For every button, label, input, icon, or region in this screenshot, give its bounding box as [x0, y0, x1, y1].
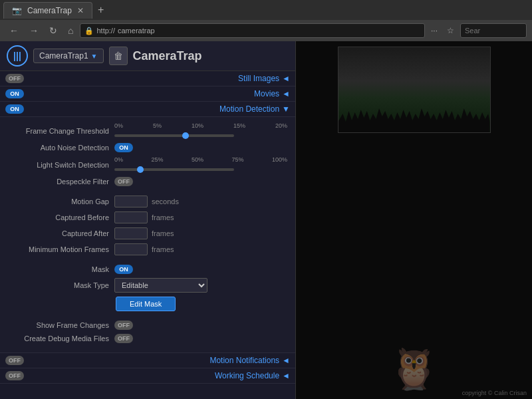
spacer3	[8, 315, 287, 321]
working-schedule-toggle[interactable]: OFF	[5, 371, 24, 380]
app-header: ||| CameraTrap1 ▼ 🗑 CameraTrap	[0, 41, 295, 71]
app-title: CameraTrap	[133, 49, 202, 63]
light-switch-label: Light Switch Detection	[8, 161, 114, 169]
motion-gap-control: 30 seconds	[114, 196, 287, 207]
nav-extras: ··· ☆	[428, 25, 458, 37]
motion-detection-section-row[interactable]: ON Motion Detection ▼	[0, 102, 295, 117]
still-images-title: Still Images	[24, 74, 282, 83]
motion-notifications-title: Motion Notifications	[24, 356, 282, 365]
browser-chrome: 📷 CameraTrap ✕ + ← → ↻ ⌂ 🔒 http:// camer…	[0, 0, 532, 41]
show-frame-changes-toggle[interactable]: OFF	[114, 321, 133, 330]
despeckle-toggle[interactable]: OFF	[114, 177, 133, 186]
right-panel: 🦉 copyright © Calin Crisan	[296, 41, 532, 399]
min-motion-frames-label: Minimum Motion Frames	[8, 245, 114, 253]
working-schedule-arrow[interactable]: ◄	[282, 371, 290, 380]
edit-mask-row: Edit Mask	[8, 297, 287, 311]
motion-detection-arrow[interactable]: ▼	[282, 104, 290, 114]
motion-gap-label: Motion Gap	[8, 198, 114, 205]
camera-image	[338, 47, 490, 132]
logo-icon: |||	[13, 51, 21, 61]
motion-notifications-section-row[interactable]: OFF Motion Notifications ◄	[0, 353, 295, 368]
still-images-section-row[interactable]: OFF Still Images ◄	[0, 71, 295, 86]
device-selector-arrow: ▼	[91, 53, 98, 60]
movies-title: Movies	[24, 89, 282, 98]
create-debug-label: Create Debug Media Files	[8, 334, 114, 342]
camera-feed	[338, 47, 491, 133]
frame-change-row: Frame Change Threshold 0% 5% 10% 15% 20%	[8, 122, 287, 139]
light-switch-control: 0% 25% 50% 75% 100%	[114, 156, 287, 173]
motion-detection-title: Motion Detection	[24, 104, 282, 114]
frame-change-slider[interactable]	[114, 134, 234, 137]
show-frame-changes-label: Show Frame Changes	[8, 321, 114, 329]
motion-notifications-arrow[interactable]: ◄	[282, 356, 290, 365]
forward-button[interactable]: →	[25, 24, 43, 37]
trash-icon: 🗑	[114, 51, 123, 61]
frame-change-control: 0% 5% 10% 15% 20%	[114, 122, 287, 139]
left-panel: ||| CameraTrap1 ▼ 🗑 CameraTrap OFF Still…	[0, 41, 296, 399]
create-debug-toggle[interactable]: OFF	[114, 334, 133, 343]
motion-gap-input[interactable]: 30	[114, 196, 148, 207]
despeckle-label: Despeckle Filter	[8, 178, 114, 186]
tab-close-icon[interactable]: ✕	[77, 6, 84, 15]
show-frame-changes-row: Show Frame Changes OFF	[8, 321, 287, 330]
nav-bar: ← → ↻ ⌂ 🔒 http:// cameratrap ··· ☆	[0, 20, 532, 41]
security-icon: 🔒	[84, 27, 94, 35]
movies-toggle[interactable]: ON	[5, 89, 24, 98]
motion-notifications-toggle[interactable]: OFF	[5, 356, 24, 365]
frame-change-slider-labels: 0% 5% 10% 15% 20%	[114, 122, 287, 129]
mask-type-control: Editable Fixed None	[114, 278, 287, 293]
device-name: CameraTrap1	[39, 51, 88, 61]
frame-change-label: Frame Change Threshold	[8, 127, 114, 135]
captured-after-label: Captured After	[8, 229, 114, 237]
menu-button[interactable]: ···	[428, 25, 441, 37]
captured-after-input[interactable]: 5	[114, 227, 148, 239]
despeckle-control: OFF	[114, 177, 287, 186]
show-frame-changes-control: OFF	[114, 321, 287, 330]
bookmark-button[interactable]: ☆	[444, 25, 458, 37]
captured-before-input[interactable]: 30	[114, 211, 148, 223]
mask-type-row: Mask Type Editable Fixed None	[8, 278, 287, 293]
create-debug-row: Create Debug Media Files OFF	[8, 334, 287, 343]
refresh-button[interactable]: ↻	[45, 24, 61, 37]
browser-search-input[interactable]	[460, 23, 527, 38]
working-schedule-section-row[interactable]: OFF Working Schedule ◄	[0, 368, 295, 384]
captured-before-control: 30 frames	[114, 211, 287, 223]
owl-watermark: 🦉	[389, 345, 439, 392]
min-motion-frames-control: 5 frames	[114, 243, 287, 255]
still-images-arrow[interactable]: ◄	[282, 74, 290, 83]
light-switch-slider-labels: 0% 25% 50% 75% 100%	[114, 156, 287, 163]
motion-gap-unit: seconds	[152, 198, 179, 205]
working-schedule-title: Working Schedule	[24, 371, 282, 380]
captured-after-unit: frames	[152, 229, 174, 237]
frame-change-slider-container: 0% 5% 10% 15% 20%	[114, 122, 287, 139]
still-images-toggle[interactable]: OFF	[5, 74, 24, 83]
movies-section-row[interactable]: ON Movies ◄	[0, 86, 295, 102]
captured-before-row: Captured Before 30 frames	[8, 211, 287, 223]
min-motion-frames-input[interactable]: 5	[114, 243, 148, 255]
new-tab-button[interactable]: +	[92, 4, 109, 16]
motion-detection-content: Frame Change Threshold 0% 5% 10% 15% 20%	[0, 117, 295, 353]
tab-title: CameraTrap	[27, 6, 72, 15]
light-switch-slider-container: 0% 25% 50% 75% 100%	[114, 156, 287, 173]
movies-arrow[interactable]: ◄	[282, 89, 290, 98]
light-switch-slider[interactable]	[114, 168, 234, 171]
delete-device-button[interactable]: 🗑	[109, 47, 128, 65]
motion-gap-row: Motion Gap 30 seconds	[8, 196, 287, 207]
auto-noise-toggle[interactable]: ON	[114, 143, 133, 152]
address-bar[interactable]: 🔒 http:// cameratrap	[80, 23, 425, 38]
device-selector[interactable]: CameraTrap1 ▼	[33, 49, 104, 63]
mask-toggle[interactable]: ON	[114, 265, 133, 274]
captured-after-control: 5 frames	[114, 227, 287, 239]
copyright-text: copyright © Calin Crisan	[462, 390, 527, 396]
motion-detection-toggle[interactable]: ON	[5, 104, 24, 114]
back-button[interactable]: ←	[5, 24, 23, 37]
active-tab[interactable]: 📷 CameraTrap ✕	[3, 2, 92, 19]
mask-type-select[interactable]: Editable Fixed None	[114, 278, 207, 293]
app-container: ||| CameraTrap1 ▼ 🗑 CameraTrap OFF Still…	[0, 41, 532, 399]
home-button[interactable]: ⌂	[64, 24, 77, 37]
tab-bar: 📷 CameraTrap ✕ +	[0, 0, 532, 20]
spacer1	[8, 190, 287, 196]
edit-mask-button[interactable]: Edit Mask	[116, 297, 176, 311]
address-protocol: http://	[96, 27, 115, 35]
mask-control: ON	[114, 265, 287, 274]
